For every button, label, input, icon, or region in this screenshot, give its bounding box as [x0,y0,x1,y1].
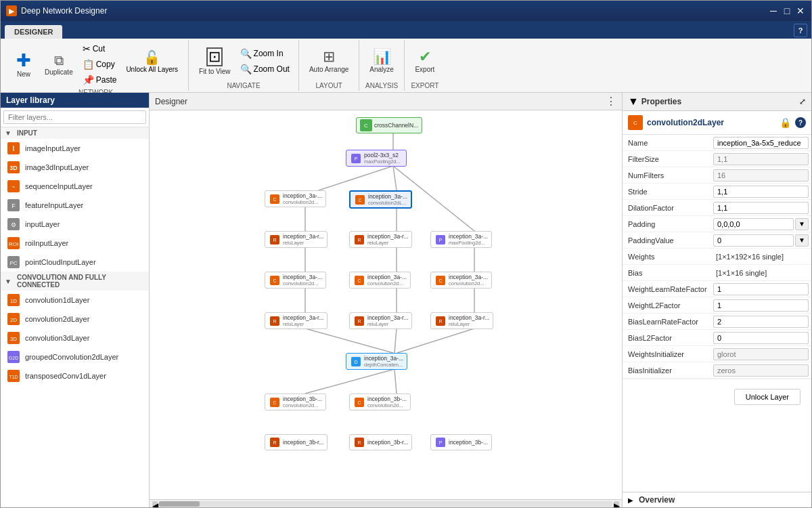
tab-designer[interactable]: DESIGNER [5,25,62,39]
svg-text:3D: 3D [10,336,17,342]
node-n14[interactable]: D inception_3a-... depthConcaten... [346,353,407,370]
node-n12[interactable]: R inception_3a-r... reluLayer [349,312,412,329]
layer-item-roiInputLayer[interactable]: ROI roiInputLayer [1,234,149,253]
prop-input-blrf[interactable] [713,316,809,328]
duplicate-button[interactable]: ⧉ Duplicate [40,47,78,82]
prop-input-wl2f[interactable] [713,299,809,312]
layer-item-conv3d[interactable]: 3D convolution3dLayer [1,329,149,347]
auto-arrange-button[interactable]: ⊞ Auto Arrange [304,43,353,79]
node-n3[interactable]: C inception_3a-... convolution2d... [265,190,326,207]
prop-value-dilation [710,200,811,215]
properties-collapse-icon[interactable]: ▼ [628,96,639,108]
layer-item-inputLayer[interactable]: ⚙ inputLayer [1,215,149,234]
node-n4[interactable]: C inception_3a-... convolution2dL... [349,190,412,209]
prop-input-name[interactable] [713,137,809,149]
layer-item-featureInputLayer[interactable]: F featureInputLayer [1,196,149,215]
prop-value-stride [710,184,811,199]
node-n11[interactable]: R inception_3a-r... reluLayer [265,312,328,329]
roiInputLayer-icon: ROI [6,236,21,251]
layer-item-conv2d[interactable]: 2D convolution2dLayer [1,310,149,329]
properties-panel: ▼ Properties ⤢ C convolution2dLayer 🔒 ? … [622,93,811,507]
scroll-left-btn[interactable]: ◀ [152,501,158,507]
n13-text: inception_3a-r... reluLayer [449,314,489,327]
layer-item-pointCloudInputLayer[interactable]: PC pointCloudInputLayer [1,253,149,272]
properties-title: Properties [641,97,681,106]
properties-expand-btn[interactable]: ⤢ [799,97,806,106]
layer-item-imageInputLayer[interactable]: I imageInputLayer [1,139,149,158]
sequenceInputLayer-label: sequenceInputLayer [25,182,93,190]
horizontal-scrollbar[interactable]: ◀ ▶ [150,499,622,507]
scroll-right-btn[interactable]: ▶ [614,501,619,507]
minimize-button[interactable]: ─ [768,5,779,16]
prop-paddingvalue-dropdown[interactable]: ▼ [795,234,809,247]
prop-input-paddingvalue[interactable] [713,234,794,247]
designer-canvas[interactable]: C crossChannelN... P pool2-3x3_s2 [150,110,622,499]
maximize-button[interactable]: □ [782,5,792,16]
imageInputLayer-label: imageInputLayer [25,144,81,152]
node-n18[interactable]: R inception_3b-r... [349,434,412,450]
prop-input-stride[interactable] [713,186,809,198]
auto-arrange-label: Auto Arrange [309,66,348,73]
node-n6[interactable]: R inception_3a-r... reluLayer [349,231,412,248]
node-n13[interactable]: R inception_3a-r... reluLayer [430,312,493,329]
cut-label: Cut [93,44,106,54]
node-n9[interactable]: C inception_3a-... convolution2d... [349,272,411,289]
layer-item-transposedconv1d[interactable]: T1D transposedConv1dLayer [1,366,149,385]
close-button[interactable]: ✕ [795,5,806,16]
node-crossChannelN[interactable]: C crossChannelN... [356,117,422,133]
paste-button[interactable]: 📌 Paste [79,72,120,87]
new-button[interactable]: ✚ New [9,47,39,82]
featureInputLayer-icon: F [6,198,21,213]
svg-text:C: C [357,400,361,405]
prop-input-wlrf[interactable] [713,283,809,295]
unlock-layer-container: Unlock Layer [623,379,811,415]
svg-line-39 [305,369,394,394]
prop-input-dilation[interactable] [713,202,809,214]
node-n19[interactable]: P inception_3b-... [430,434,492,450]
layer-item-conv1d[interactable]: 1D convolution1dLayer [1,291,149,310]
scroll-thumb-h[interactable] [159,501,200,507]
groupedconv2d-icon: G2D [6,350,21,364]
svg-text:3D: 3D [9,165,18,171]
export-button[interactable]: ✔ Export [410,43,440,79]
help-button[interactable]: ? [794,24,807,37]
cut-button[interactable]: ✂ Cut [79,41,120,56]
node-n5[interactable]: R inception_3a-r... reluLayer [265,231,328,248]
fit-view-button[interactable]: ⊡ Fit to View [194,43,235,79]
unlock-layer-button[interactable]: Unlock Layer [734,389,800,405]
analyze-button[interactable]: 📊 Analyze [365,43,399,79]
prop-input-bl2f[interactable] [713,332,809,344]
svg-line-36 [305,329,393,353]
prop-value-wi [710,347,811,362]
layer-item-groupedconv2d[interactable]: G2D groupedConvolution2dLayer [1,347,149,366]
navigate-group-label: NAVIGATE [227,81,260,89]
node-n15[interactable]: C inception_3b-... convolution2d... [265,394,326,410]
properties-table: Name FilterSize NumFilters [623,135,811,492]
zoom-out-button[interactable]: 🔍 Zoom Out [237,62,293,77]
node-pool2[interactable]: P pool2-3x3_s2 maxPooling2d... [346,150,407,167]
props-help-button[interactable]: ? [795,117,806,128]
node-n16[interactable]: C inception_3b-... convolution2d... [349,394,411,410]
conv1d-label: convolution1dLayer [25,296,89,304]
node-n17[interactable]: R inception_3b-r... [265,434,328,450]
collapse-conv-icon[interactable]: ▼ [5,278,12,285]
node-n7[interactable]: P inception_3a-... maxPooling2d... [430,231,492,248]
node-n8[interactable]: C inception_3a-... convolution2d... [265,272,326,289]
svg-text:C: C [273,197,276,202]
layer-item-sequenceInputLayer[interactable]: ~ sequenceInputLayer [1,177,149,196]
layer-item-image3dInputLayer[interactable]: 3D image3dInputLayer [1,158,149,177]
svg-text:R: R [273,440,276,445]
designer-expand-icon[interactable]: ⋮ [606,95,616,108]
prop-padding-dropdown[interactable]: ▼ [795,218,809,230]
n11-icon: R [269,315,281,327]
collapse-input-icon[interactable]: ▼ [5,129,12,137]
copy-button[interactable]: 📋 Copy [79,57,120,72]
unlock-all-button[interactable]: 🔓 Unlock All Layers [121,47,183,82]
prop-input-padding[interactable] [713,218,794,230]
toolbar-export-items: ✔ Export [410,41,440,81]
overview-collapse-icon[interactable]: ▶ [628,496,633,504]
zoom-in-button[interactable]: 🔍 Zoom In [237,46,293,61]
node-n10[interactable]: C inception_3a-... convolution2d... [430,272,492,289]
layer-filter-input[interactable] [3,110,146,124]
overview-section[interactable]: ▶ Overview [623,492,811,507]
